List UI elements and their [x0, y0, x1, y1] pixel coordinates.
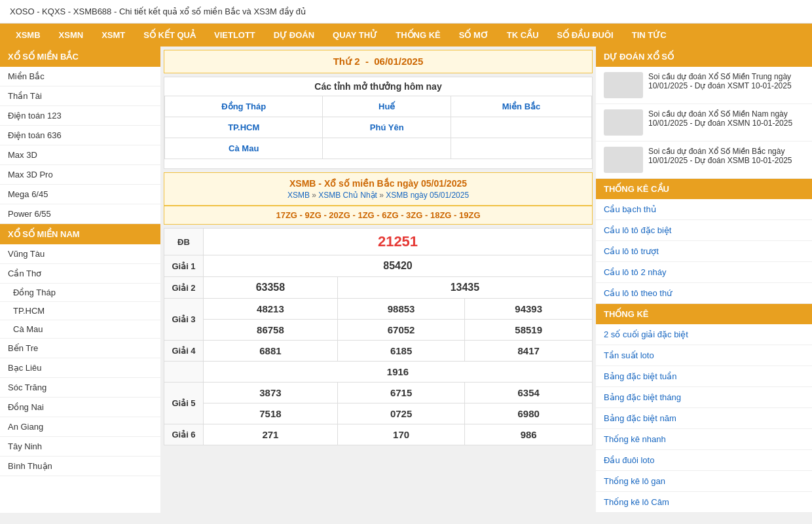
xsmb-header: XSMB - Xổ số miền Bắc ngày 05/01/2025 XS…	[164, 172, 593, 206]
top-bar-text: XOSO - KQXS - XSMB688 - Chi tiết kết quả…	[10, 7, 306, 16]
stats-lo-gan[interactable]: Thống kê lô gan	[596, 471, 812, 492]
sidebar-item-than-tai[interactable]: Thần Tài	[0, 86, 160, 106]
prize-g2-val1: 63358	[204, 277, 338, 299]
prize-g3-val4: 86758	[204, 320, 338, 341]
stats-2-so-cuoi[interactable]: 2 số cuối giải đặc biệt	[596, 324, 812, 345]
province-empty-1	[451, 117, 591, 138]
sidebar-item-tp-hcm[interactable]: TP.HCM	[0, 302, 160, 320]
prize-g5-val1: 3873	[204, 383, 338, 403]
prize-g5-label: Giải 5	[164, 383, 204, 424]
stats-tan-suat-loto[interactable]: Tần suất loto	[596, 345, 812, 366]
nav-thong-ke[interactable]: THỐNG KÊ	[386, 24, 450, 47]
prize-g5-val3: 6354	[465, 383, 593, 403]
stats-dau-duoi-loto[interactable]: Đầu đuôi loto	[596, 450, 812, 471]
nav-quay-thu[interactable]: QUAY THỬ	[323, 24, 386, 47]
stats-bach-thu[interactable]: Cầu bạch thủ	[596, 199, 812, 220]
sidebar-item-dong-nai[interactable]: Đồng Nai	[0, 398, 160, 417]
sidebar-item-tay-ninh[interactable]: Tây Ninh	[0, 437, 160, 457]
sidebar-item-bac-lieu[interactable]: Bạc Liêu	[0, 358, 160, 378]
stats-lo-2-nhay[interactable]: Cầu lô tô 2 nháy	[596, 262, 812, 283]
forecast-thumb-0	[604, 72, 643, 98]
sidebar-item-can-tho[interactable]: Cần Thơ	[0, 264, 160, 284]
nav-so-mo[interactable]: SỐ MƠ	[450, 24, 498, 47]
breadcrumb-sep1: »	[312, 191, 316, 200]
breadcrumb-sep2: »	[379, 191, 384, 200]
prize-g1-label: Giải 1	[164, 255, 204, 277]
nav-tin-tuc[interactable]: TIN TỨC	[623, 24, 676, 47]
province-dong-thap[interactable]: Đồng Tháp	[165, 96, 323, 117]
forecast-title: DỰ ĐOÁN XỔ SỐ	[596, 47, 812, 67]
sidebar-item-dien-toan-123[interactable]: Điện toán 123	[0, 106, 160, 126]
stats-lo-truot[interactable]: Cầu lô tô trượt	[596, 241, 812, 262]
stats-lo-theo-thu[interactable]: Cầu lô tô theo thứ	[596, 283, 812, 304]
forecast-item-2[interactable]: Soi cầu dự đoán Xổ Số Miền Bắc ngày 10/0…	[596, 141, 812, 179]
sidebar-item-ca-mau[interactable]: Cà Mau	[0, 320, 160, 339]
top-bar: XOSO - KQXS - XSMB688 - Chi tiết kết quả…	[0, 0, 812, 24]
sidebar-item-mien-bac[interactable]: Miền Bắc	[0, 67, 160, 86]
prize-g4-val2: 6185	[337, 341, 465, 362]
stats-thong-ke-nhanh[interactable]: Thống kê nhanh	[596, 429, 812, 450]
nav-tk-cau[interactable]: TK CẦU	[498, 24, 548, 47]
sidebar-item-mega-645[interactable]: Mega 6/45	[0, 185, 160, 204]
forecast-item-0[interactable]: Soi cầu dự đoán Xổ Số Miền Trung ngày 10…	[596, 67, 812, 104]
stats-title: THỐNG KÊ	[596, 304, 812, 324]
xsmb-title: XSMB - Xổ số miền Bắc ngày 05/01/2025	[170, 178, 587, 189]
prize-g6-row: Giải 6 271 170 986	[164, 424, 593, 445]
stats-lo-dac-biet[interactable]: Cầu lô tô đặc biệt	[596, 220, 812, 241]
prize-g3-val2: 98853	[337, 299, 465, 320]
date-date: 06/01/2025	[374, 56, 423, 67]
prize-g5-val6: 6980	[465, 403, 593, 424]
sidebar-item-dien-toan-636[interactable]: Điện toán 636	[0, 126, 160, 145]
sidebar-item-power-655[interactable]: Power 6/55	[0, 204, 160, 224]
prize-g3-val3: 94393	[465, 299, 593, 320]
nav-du-doan[interactable]: DỰ ĐOÁN	[265, 24, 323, 47]
sidebar-item-dong-thap[interactable]: Đồng Tháp	[0, 284, 160, 302]
xsmb-breadcrumb: XSMB » XSMB Chủ Nhật » XSMB ngày 05/01/2…	[170, 191, 587, 200]
province-empty-3	[451, 138, 591, 159]
prize-g2-val2: 13435	[337, 277, 592, 299]
nav-so-dau-duoi[interactable]: SỐ ĐẦU ĐUÔI	[548, 24, 623, 47]
prize-g5-row2: 7518 0725 6980	[164, 403, 593, 424]
nav-xsmt[interactable]: XSMT	[92, 24, 134, 47]
prize-db-row: ĐB 21251	[164, 229, 593, 255]
prize-g5-row1: Giải 5 3873 6715 6354	[164, 383, 593, 403]
date-header: Thứ 2 - 06/01/2025	[164, 50, 593, 73]
province-header: Các tỉnh mở thưởng hôm nay	[164, 81, 592, 92]
codes-bar: 17ZG - 9ZG - 20ZG - 1ZG - 6ZG - 3ZG - 18…	[164, 206, 593, 225]
left-sidebar: XỔ SỐ MIỀN BẮC Miền Bắc Thần Tài Điện to…	[0, 47, 160, 513]
prize-g5-val4: 7518	[204, 403, 338, 424]
prize-g4-val3: 8417	[465, 341, 593, 362]
sidebar-item-an-giang[interactable]: An Giang	[0, 417, 160, 437]
sidebar-item-max-3d-pro[interactable]: Max 3D Pro	[0, 165, 160, 185]
nav-xsmb[interactable]: XSMB	[7, 24, 50, 47]
stats-lo-cam[interactable]: Thống kê lô Câm	[596, 492, 812, 513]
province-hue[interactable]: Huế	[323, 96, 451, 117]
forecast-item-1[interactable]: Soi cầu dự đoán Xổ Số Miền Nam ngày 10/0…	[596, 104, 812, 141]
sidebar-item-max-3d[interactable]: Max 3D	[0, 145, 160, 165]
prize-db-label: ĐB	[164, 229, 204, 255]
sidebar-item-ben-tre[interactable]: Bến Tre	[0, 339, 160, 358]
nav-bar: XSMB XSMN XSMT SỐ KẾT QUẢ VIETLOTT DỰ ĐO…	[0, 24, 812, 47]
province-mien-bac[interactable]: Miền Bắc	[451, 96, 591, 117]
prize-g6-label: Giải 6	[164, 424, 204, 445]
center-content: Thứ 2 - 06/01/2025 Các tỉnh mở thưởng hô…	[160, 47, 596, 513]
breadcrumb-chu-nhat[interactable]: XSMB Chủ Nhật	[318, 191, 377, 200]
breadcrumb-ngay[interactable]: XSMB ngày 05/01/2025	[386, 191, 469, 200]
sidebar-item-soc-trang[interactable]: Sóc Trăng	[0, 378, 160, 398]
date-day: Thứ 2	[333, 56, 360, 67]
nav-so-ket-qua[interactable]: SỐ KẾT QUẢ	[134, 24, 205, 47]
sidebar-item-binh-thuan[interactable]: Bình Thuận	[0, 457, 160, 476]
province-tp-hcm[interactable]: TP.HCM	[165, 117, 323, 138]
province-ca-mau[interactable]: Cà Mau	[165, 138, 323, 159]
province-phu-yen[interactable]: Phú Yên	[323, 117, 451, 138]
stats-bang-nam[interactable]: Bảng đặc biệt năm	[596, 408, 812, 429]
nav-xsmn[interactable]: XSMN	[50, 24, 93, 47]
sidebar-item-vung-tau[interactable]: Vũng Tàu	[0, 244, 160, 264]
stats-bang-thang[interactable]: Bảng đặc biệt tháng	[596, 387, 812, 408]
results-table: ĐB 21251 Giải 1 85420 Giải 2 63358 13435	[164, 228, 593, 445]
nav-vietlott[interactable]: VIETLOTT	[205, 24, 265, 47]
breadcrumb-xsmb[interactable]: XSMB	[287, 191, 310, 200]
stats-bang-tuan[interactable]: Bảng đặc biệt tuần	[596, 366, 812, 387]
prize-g1-row: Giải 1 85420	[164, 255, 593, 277]
forecast-thumb-1	[604, 109, 643, 136]
